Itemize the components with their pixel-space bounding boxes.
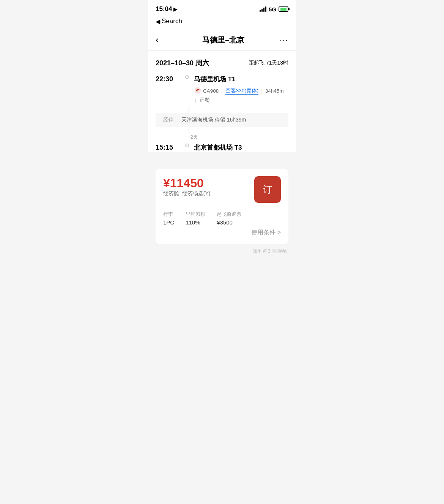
timeline-line-2: [188, 127, 288, 133]
cabin-class: 经济舱–经济畅选(Y): [163, 190, 210, 197]
nav-more-button[interactable]: ···: [280, 36, 288, 44]
flight-number: CA908: [203, 88, 219, 94]
refund-value: ¥3500: [217, 219, 241, 226]
stopover-airport: 天津滨海机场: [181, 117, 213, 123]
conditions-row: 使用条件 >: [163, 229, 281, 237]
mileage-label: 里程累积: [186, 211, 205, 218]
signal-bars: [260, 6, 266, 12]
departure-timeline: [183, 75, 191, 79]
nav-back-button[interactable]: ‹: [156, 35, 167, 45]
status-bar: 15:04 ▶ 5G: [148, 0, 296, 16]
price-block: ¥11450 经济舱–经济畅选(Y): [163, 176, 210, 202]
departure-info: 马德里机场 T1 CA908 | 空客330(宽体) | 34h45m | 正餐: [194, 75, 288, 104]
ticket-details-row: 行李 1PC 里程累积 110% 起飞前退票 ¥3500: [163, 206, 281, 226]
book-button[interactable]: 订: [254, 176, 281, 203]
ticket-price: ¥11450: [163, 176, 210, 190]
flight-duration: 34h45m: [265, 88, 284, 94]
flight-content: 2021–10–30 周六 距起飞 71天13时 22:30 马德里机场 T1: [148, 51, 296, 152]
page-title: 马德里–北京: [202, 35, 244, 45]
departure-dot: [185, 75, 189, 79]
watermark: 知乎 @BillKillWall: [156, 244, 288, 256]
status-right: 5G: [260, 6, 288, 13]
nav-bar: ‹ 马德里–北京 ···: [148, 29, 296, 51]
stopover-label: 经停: [163, 117, 174, 123]
aircraft-type[interactable]: 空客330(宽体): [225, 87, 259, 95]
departure-airport: 马德里机场 T1: [194, 75, 288, 84]
network-label: 5G: [269, 6, 276, 13]
airline-logo-icon: [194, 87, 202, 95]
refund-label: 起飞前退票: [217, 211, 241, 218]
timeline-line-1: [188, 107, 288, 113]
arrival-timeline: [183, 144, 191, 147]
departure-time: 22:30: [156, 75, 180, 83]
price-row: ¥11450 经济舱–经济畅选(Y) 订: [163, 176, 281, 203]
flight-meta: CA908 | 空客330(宽体) | 34h45m | 正餐: [194, 87, 288, 104]
refund-detail: 起飞前退票 ¥3500: [217, 211, 241, 226]
back-arrow-icon: ◀: [156, 18, 160, 25]
countdown: 距起飞 71天13时: [249, 60, 288, 66]
meal-type: 正餐: [199, 97, 210, 104]
bottom-section: ¥11450 经济舱–经济畅选(Y) 订 行李 1PC 里程累积 110% 起飞…: [148, 161, 296, 264]
arrival-time: 15:15: [156, 144, 180, 152]
mileage-value: 110%: [186, 219, 205, 226]
date-row: 2021–10–30 周六 距起飞 71天13时: [156, 58, 288, 68]
baggage-value: 1PC: [163, 219, 174, 226]
departure-row: 22:30 马德里机场 T1 CA908 | 空客330(宽体) |: [156, 75, 288, 104]
arrival-row: 15:15 北京首都机场 T3: [156, 144, 288, 152]
ticket-card: ¥11450 经济舱–经济畅选(Y) 订 行李 1PC 里程累积 110% 起飞…: [156, 169, 288, 244]
flight-date: 2021–10–30 周六: [156, 58, 209, 68]
status-time: 15:04 ▶: [156, 5, 177, 13]
arrival-dot: [185, 144, 189, 147]
search-back-button[interactable]: ◀ Search: [156, 17, 288, 25]
stopover-row: 经停 天津滨海机场 停留 16h39m: [156, 113, 288, 127]
battery-icon: [279, 6, 288, 12]
arrival-airport: 北京首都机场 T3: [194, 144, 288, 152]
location-icon: ▶: [173, 6, 177, 12]
arrival-info: 北京首都机场 T3: [194, 144, 288, 152]
baggage-label: 行李: [163, 211, 174, 218]
search-bar: ◀ Search: [148, 16, 296, 29]
baggage-detail: 行李 1PC: [163, 211, 174, 226]
mileage-detail: 里程累积 110%: [186, 211, 205, 226]
use-conditions-button[interactable]: 使用条件 >: [251, 229, 281, 237]
plus-days-label: +2天: [188, 133, 288, 141]
